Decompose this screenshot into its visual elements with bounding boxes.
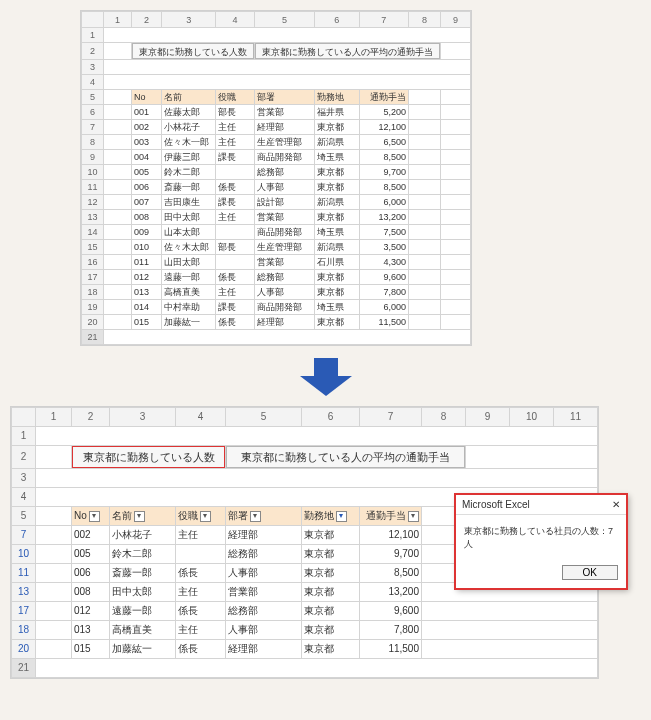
table-header-loc[interactable]: 勤務地 <box>302 507 360 526</box>
cell-no[interactable]: 001 <box>132 105 162 120</box>
avg-button[interactable]: 東京都に勤務している人の平均の通勤手当 <box>255 43 440 59</box>
row-header[interactable]: 13 <box>82 210 104 225</box>
col-header[interactable]: 8 <box>408 12 440 28</box>
cell-title[interactable]: 部長 <box>216 105 255 120</box>
cell-loc[interactable]: 福井県 <box>314 105 359 120</box>
ok-button[interactable]: OK <box>562 565 618 580</box>
cell-title[interactable]: 係長 <box>176 564 226 583</box>
cell-no[interactable]: 013 <box>72 621 110 640</box>
filter-icon[interactable] <box>408 511 419 522</box>
cell-dept[interactable]: 総務部 <box>255 165 315 180</box>
cell-loc[interactable]: 東京都 <box>302 545 360 564</box>
cell-allow[interactable]: 7,800 <box>360 621 422 640</box>
cell-allow[interactable]: 6,000 <box>359 300 408 315</box>
cell-loc[interactable]: 東京都 <box>314 270 359 285</box>
cell-allow[interactable]: 8,500 <box>359 150 408 165</box>
cell-allow[interactable]: 9,700 <box>360 545 422 564</box>
cell-loc[interactable]: 埼玉県 <box>314 150 359 165</box>
col-header[interactable]: 9 <box>441 12 471 28</box>
cell-title[interactable]: 部長 <box>216 240 255 255</box>
row-header[interactable]: 16 <box>82 255 104 270</box>
cell-title[interactable]: 係長 <box>216 315 255 330</box>
row-header[interactable]: 20 <box>12 640 36 659</box>
cell-loc[interactable]: 東京都 <box>314 285 359 300</box>
row-header[interactable]: 17 <box>82 270 104 285</box>
cell-no[interactable]: 008 <box>132 210 162 225</box>
cell-dept[interactable]: 総務部 <box>226 545 302 564</box>
cell-no[interactable]: 015 <box>132 315 162 330</box>
table-header-title[interactable]: 役職 <box>176 507 226 526</box>
cell-loc[interactable]: 新潟県 <box>314 135 359 150</box>
cell-no[interactable]: 015 <box>72 640 110 659</box>
cell-title[interactable]: 主任 <box>216 285 255 300</box>
col-header[interactable]: 3 <box>162 12 216 28</box>
table-header-allow[interactable]: 通勤手当 <box>360 507 422 526</box>
cell-no[interactable]: 006 <box>72 564 110 583</box>
cell-dept[interactable]: 設計部 <box>255 195 315 210</box>
cell-allow[interactable]: 12,100 <box>359 120 408 135</box>
row-header[interactable]: 12 <box>82 195 104 210</box>
cell-allow[interactable]: 9,600 <box>360 602 422 621</box>
cell-allow[interactable]: 7,500 <box>359 225 408 240</box>
cell-no[interactable]: 006 <box>132 180 162 195</box>
row-header[interactable]: 7 <box>82 120 104 135</box>
cell-loc[interactable]: 埼玉県 <box>314 225 359 240</box>
cell-name[interactable]: 佐藤太郎 <box>162 105 216 120</box>
cell-title[interactable]: 係長 <box>216 270 255 285</box>
row-header[interactable]: 1 <box>82 28 104 43</box>
row-header[interactable]: 3 <box>82 60 104 75</box>
row-header[interactable]: 7 <box>12 526 36 545</box>
filter-icon[interactable] <box>250 511 261 522</box>
cell-allow[interactable]: 9,600 <box>359 270 408 285</box>
cell-allow[interactable]: 13,200 <box>360 583 422 602</box>
cell-dept[interactable]: 営業部 <box>255 255 315 270</box>
cell-loc[interactable]: 石川県 <box>314 255 359 270</box>
cell-name[interactable]: 斎藤一郎 <box>110 564 176 583</box>
cell-allow[interactable]: 11,500 <box>359 315 408 330</box>
cell-title[interactable] <box>216 165 255 180</box>
row-header[interactable]: 2 <box>82 43 104 60</box>
cell-no[interactable]: 010 <box>132 240 162 255</box>
cell-dept[interactable]: 営業部 <box>255 210 315 225</box>
cell-name[interactable]: 山田太郎 <box>162 255 216 270</box>
cell-no[interactable]: 005 <box>132 165 162 180</box>
col-header[interactable]: 5 <box>226 408 302 427</box>
col-header[interactable]: 7 <box>360 408 422 427</box>
cell-allow[interactable]: 6,000 <box>359 195 408 210</box>
cell-no[interactable]: 014 <box>132 300 162 315</box>
row-header[interactable]: 9 <box>82 150 104 165</box>
filter-icon[interactable] <box>134 511 145 522</box>
row-header[interactable]: 20 <box>82 315 104 330</box>
col-header[interactable]: 1 <box>104 12 132 28</box>
cell-dept[interactable]: 人事部 <box>226 621 302 640</box>
col-header[interactable]: 4 <box>216 12 255 28</box>
cell-title[interactable]: 主任 <box>216 210 255 225</box>
cell-no[interactable]: 012 <box>72 602 110 621</box>
cell-dept[interactable]: 総務部 <box>226 602 302 621</box>
cell-loc[interactable]: 東京都 <box>302 640 360 659</box>
cell-name[interactable]: 田中太郎 <box>162 210 216 225</box>
cell-title[interactable]: 主任 <box>216 135 255 150</box>
filter-icon[interactable] <box>200 511 211 522</box>
cell-name[interactable]: 佐々木太郎 <box>162 240 216 255</box>
row-header[interactable]: 17 <box>12 602 36 621</box>
cell-dept[interactable]: 人事部 <box>255 285 315 300</box>
cell-no[interactable]: 007 <box>132 195 162 210</box>
row-header[interactable]: 8 <box>82 135 104 150</box>
col-header[interactable]: 8 <box>422 408 466 427</box>
cell-loc[interactable]: 東京都 <box>314 165 359 180</box>
filter-active-icon[interactable] <box>336 511 347 522</box>
cell-allow[interactable]: 9,700 <box>359 165 408 180</box>
row-header[interactable]: 10 <box>12 545 36 564</box>
cell-name[interactable]: 加藤紘一 <box>110 640 176 659</box>
cell-no[interactable]: 005 <box>72 545 110 564</box>
col-header[interactable]: 2 <box>72 408 110 427</box>
cell-dept[interactable]: 経理部 <box>255 120 315 135</box>
table-header-dept[interactable]: 部署 <box>226 507 302 526</box>
row-header[interactable]: 6 <box>82 105 104 120</box>
count-button[interactable]: 東京都に勤務している人数 <box>132 43 254 59</box>
row-header[interactable]: 21 <box>82 330 104 345</box>
cell-name[interactable]: 伊藤三郎 <box>162 150 216 165</box>
cell-no[interactable]: 011 <box>132 255 162 270</box>
cell-name[interactable]: 高橋直美 <box>162 285 216 300</box>
